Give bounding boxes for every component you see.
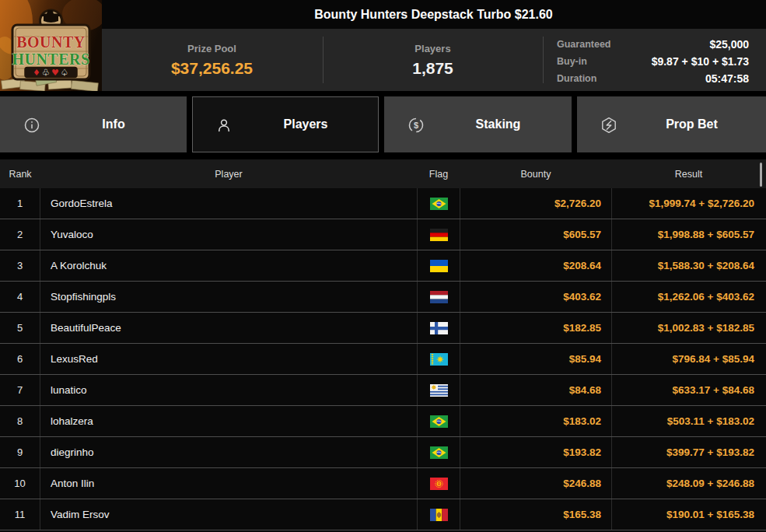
player-name: Stopfishingpls [40, 282, 417, 312]
scrollbar-thumb[interactable] [760, 163, 762, 187]
logo-text-bounty: BOUNTY [16, 33, 86, 51]
rank-value: 4 [0, 282, 40, 312]
svg-text:$: $ [414, 121, 418, 130]
players-table: 1 GordoEstrela $2,726.20 $1,999.74 + $2,… [0, 188, 766, 532]
player-name: Yuvaloco [40, 219, 417, 250]
table-row[interactable]: 4 Stopfishingpls $403.62 $1,262.06 + $40… [0, 282, 766, 313]
tournament-lobby-window: Bounty Hunters Deepstack Turbo $21.60 Pr… [0, 0, 766, 532]
column-header-player: Player [40, 169, 417, 180]
flag-cell [417, 188, 460, 219]
flag-icon-brazil [430, 198, 448, 210]
flag-cell [417, 219, 460, 250]
heart-suit-icon: ♥ [51, 68, 59, 78]
player-name: diegrinho [40, 437, 417, 467]
flag-cell [417, 437, 460, 467]
bounty-value: $165.38 [460, 499, 611, 530]
player-name: Anton Ilin [40, 468, 417, 499]
bounty-value: $182.85 [460, 313, 611, 343]
prize-pool-stat: Prize Pool $37,256.25 [101, 29, 323, 91]
flag-cell [417, 499, 460, 530]
table-row[interactable]: 1 GordoEstrela $2,726.20 $1,999.74 + $2,… [0, 188, 766, 219]
player-name: GordoEstrela [40, 188, 417, 219]
player-name: Vadim Ersov [40, 499, 417, 530]
bounty-hunters-logo: BOUNTY HUNTERS ♦ ♣ ♥ ♠ [0, 0, 102, 91]
result-value: $796.84 + $85.94 [611, 344, 766, 374]
bounty-value: $183.02 [460, 406, 611, 436]
tab-bar: Info Players $ Staking [0, 96, 766, 152]
flag-icon-germany [430, 229, 448, 241]
flag-cell [417, 344, 460, 374]
player-name: LexusRed [40, 344, 417, 374]
duration-label: Duration [557, 73, 596, 84]
flag-cell [417, 250, 460, 281]
result-value: $1,588.30 + $208.64 [611, 250, 766, 281]
players-value: 1,875 [412, 59, 453, 78]
table-row[interactable]: 6 LexusRed $85.94 $796.84 + $85.94 [0, 344, 766, 375]
prize-pool-value: $37,256.25 [171, 59, 253, 78]
rank-value: 10 [0, 468, 40, 499]
result-value: $633.17 + $84.68 [611, 375, 766, 405]
prop-bet-icon [600, 116, 618, 135]
rank-value: 8 [0, 406, 40, 436]
tab-players[interactable]: Players [192, 96, 379, 152]
table-row[interactable]: 5 BeautifulPeace $182.85 $1,002.83 + $18… [0, 313, 766, 344]
column-header-rank: Rank [0, 169, 40, 180]
rank-value: 6 [0, 344, 40, 374]
result-value: $248.09 + $246.88 [611, 468, 766, 499]
tournament-details: Guaranteed $25,000 Buy-in $9.87 + $10 + … [557, 36, 749, 86]
rank-value: 2 [0, 219, 40, 250]
tab-prop-bet[interactable]: Prop Bet [577, 96, 766, 152]
table-row[interactable]: 3 A Korolchuk $208.64 $1,588.30 + $208.6… [0, 250, 766, 282]
info-icon [23, 116, 41, 135]
table-row[interactable]: 8 lohalzera $183.02 $503.11 + $183.02 [0, 406, 766, 437]
divider [543, 37, 544, 83]
rank-value: 3 [0, 250, 40, 281]
players-icon [215, 116, 233, 135]
guaranteed-label: Guaranteed [557, 39, 610, 50]
table-row[interactable]: 9 diegrinho $193.82 $399.77 + $193.82 [0, 437, 766, 468]
bounty-value: $85.94 [460, 344, 611, 374]
flag-icon-ukraine [430, 260, 448, 272]
result-value: $190.01 + $165.38 [611, 499, 766, 530]
buyin-value: $9.87 + $10 + $1.73 [652, 55, 749, 68]
tab-staking[interactable]: $ Staking [384, 96, 572, 152]
flag-cell [417, 406, 460, 436]
tab-info[interactable]: Info [0, 96, 187, 152]
detail-row-buyin: Buy-in $9.87 + $10 + $1.73 [557, 53, 749, 69]
table-row[interactable]: 10 Anton Ilin $246.88 $248.09 + $246.88 [0, 468, 766, 499]
flag-icon-brazil [430, 415, 448, 428]
player-name: A Korolchuk [40, 250, 417, 281]
table-row[interactable]: 7 lunatico $84.68 $633.17 + $84.68 [0, 375, 766, 406]
title-bar: Bounty Hunters Deepstack Turbo $21.60 [0, 0, 766, 29]
bounty-value: $193.82 [460, 437, 611, 467]
flag-icon-netherlands [430, 291, 448, 303]
rank-value: 9 [0, 437, 40, 467]
buyin-label: Buy-in [557, 56, 587, 67]
flag-icon-finland [430, 322, 448, 334]
table-row[interactable]: 2 Yuvaloco $605.57 $1,998.88 + $605.57 [0, 219, 766, 250]
bounty-value: $2,726.20 [460, 188, 611, 219]
duration-value: 05:47:58 [705, 72, 749, 85]
diamond-suit-icon: ♦ [33, 68, 40, 78]
bounty-value: $208.64 [460, 250, 611, 281]
bounty-value: $403.62 [460, 282, 611, 312]
result-value: $503.11 + $183.02 [611, 406, 766, 436]
result-value: $1,002.83 + $182.85 [611, 313, 766, 343]
table-row[interactable]: 11 Vadim Ersov $165.38 $190.01 + $165.38 [0, 499, 766, 530]
player-name: lohalzera [40, 406, 417, 436]
flag-icon-uruguay [430, 384, 448, 397]
table-header: Rank Player Flag Bounty Result [0, 159, 766, 188]
spade-suit-icon: ♠ [61, 68, 68, 78]
flag-icon-kazakhstan [430, 353, 448, 366]
bounty-value: $605.57 [460, 219, 611, 250]
flag-cell [417, 313, 460, 343]
column-header-flag: Flag [417, 169, 460, 180]
players-stat: Players 1,875 [324, 29, 542, 91]
flag-icon-kyrgyzstan [430, 478, 448, 490]
result-value: $1,998.88 + $605.57 [611, 219, 766, 250]
players-label: Players [414, 43, 450, 54]
guaranteed-value: $25,000 [709, 38, 749, 51]
detail-row-guaranteed: Guaranteed $25,000 [557, 36, 749, 52]
flag-icon-brazil [430, 446, 448, 459]
bounty-value: $84.68 [460, 375, 611, 405]
